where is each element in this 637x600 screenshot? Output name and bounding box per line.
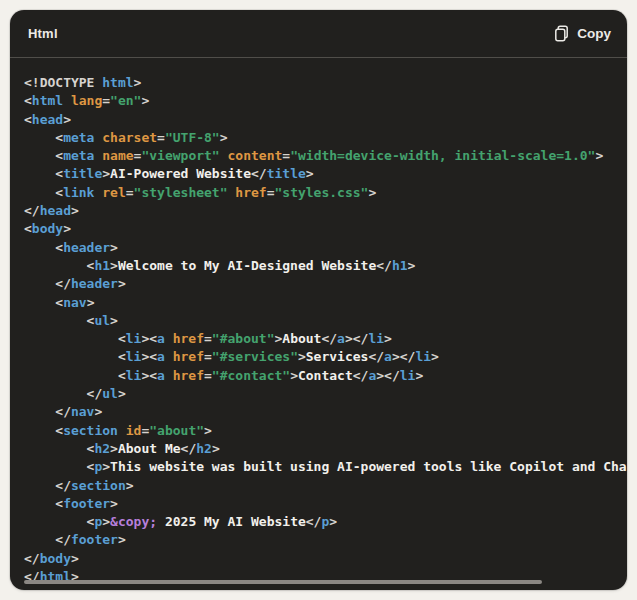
code-token: "en": [110, 93, 141, 108]
code-token: Welcome to My AI-Designed Website: [118, 258, 376, 273]
code-token: ></: [392, 349, 415, 364]
code-token: This website was built using AI-powered …: [110, 459, 627, 474]
code-token: >: [94, 404, 102, 419]
code-token: a: [384, 349, 392, 364]
code-token: <: [24, 93, 32, 108]
code-token: =: [204, 331, 212, 346]
code-token: =: [204, 349, 212, 364]
code-token: li: [126, 349, 142, 364]
code-token: <: [24, 295, 63, 310]
code-block-card: Html Copy <!DOCTYPE html><html lang="en"…: [10, 10, 627, 590]
code-token: ul: [94, 313, 110, 328]
code-token: footer: [71, 532, 118, 547]
code-token: >: [408, 258, 416, 273]
code-token: [63, 93, 71, 108]
scrollbar-thumb[interactable]: [24, 580, 542, 584]
code-token: meta: [63, 130, 94, 145]
code-token: >: [204, 423, 212, 438]
code-line: <p>This website was built using AI-power…: [24, 458, 627, 476]
code-token: href: [173, 368, 204, 383]
code-token: >: [110, 258, 118, 273]
code-token: </: [24, 203, 40, 218]
code-token: "viewport": [141, 148, 219, 163]
code-token: <: [24, 112, 32, 127]
code-token: html: [102, 75, 133, 90]
copy-label: Copy: [577, 26, 611, 41]
code-token: =: [204, 368, 212, 383]
code-token: "#about": [212, 331, 275, 346]
code-token: ul: [102, 386, 118, 401]
code-token: content: [228, 148, 283, 163]
code-token: AI-Powered Website: [110, 166, 251, 181]
code-token: section: [63, 423, 118, 438]
code-token: >: [595, 148, 603, 163]
code-token: a: [157, 368, 165, 383]
code-token: Contact: [298, 368, 353, 383]
code-token: head: [40, 203, 71, 218]
code-token: >: [298, 349, 306, 364]
code-token: <: [24, 258, 94, 273]
code-line: <head>: [24, 111, 627, 129]
language-label: Html: [28, 26, 58, 41]
code-token: <: [24, 313, 94, 328]
code-token: <: [24, 221, 32, 236]
code-line: </header>: [24, 275, 627, 293]
code-token: href: [173, 331, 204, 346]
code-line: </ul>: [24, 385, 627, 403]
code-token: </: [181, 441, 197, 456]
code-line: <!DOCTYPE html>: [24, 74, 627, 92]
code-token: >: [71, 551, 79, 566]
code-line: <header>: [24, 239, 627, 257]
code-token: <: [24, 368, 126, 383]
code-area[interactable]: <!DOCTYPE html><html lang="en"><head> <m…: [10, 58, 627, 589]
code-token: </: [353, 368, 369, 383]
code-token: >: [220, 130, 228, 145]
code-token: "#contact": [212, 368, 290, 383]
code-line: <section id="about">: [24, 422, 627, 440]
code-line: <li><a href="#services">Services</a></li…: [24, 348, 627, 366]
code-token: h2: [94, 441, 110, 456]
code-token: li: [126, 368, 142, 383]
code-line: </body>: [24, 550, 627, 568]
code-token: </: [376, 258, 392, 273]
code-token: >: [102, 459, 110, 474]
code-token: link: [63, 185, 94, 200]
code-token: <: [24, 496, 63, 511]
code-token: body: [40, 551, 71, 566]
code-line: <p>&copy; 2025 My AI Website</p>: [24, 513, 627, 531]
code-token: >: [431, 349, 439, 364]
code-line: <h1>Welcome to My AI-Designed Website</h…: [24, 257, 627, 275]
code-line: <nav>: [24, 294, 627, 312]
code-token: "width=device-width, initial-scale=1.0": [290, 148, 595, 163]
code-line: <meta charset="UTF-8">: [24, 129, 627, 147]
code-token: li: [415, 349, 431, 364]
code-line: <meta name="viewport" content="width=dev…: [24, 147, 627, 165]
code-token: </: [251, 166, 267, 181]
code-token: &copy;: [110, 514, 157, 529]
code-line: <li><a href="#about">About</a></li>: [24, 330, 627, 348]
code-token: nav: [63, 295, 86, 310]
code-token: >: [134, 75, 142, 90]
code-token: li: [400, 368, 416, 383]
code-token: header: [71, 276, 118, 291]
code-token: >: [329, 514, 337, 529]
copy-button[interactable]: Copy: [554, 25, 611, 42]
code-token: >: [63, 112, 71, 127]
code-token: "styles.css": [274, 185, 368, 200]
code-header: Html Copy: [10, 10, 627, 58]
copy-icon: [554, 25, 569, 42]
code-token: >: [290, 368, 298, 383]
code-token: title: [63, 166, 102, 181]
code-token: >: [110, 496, 118, 511]
code-token: >: [118, 276, 126, 291]
code-token: href: [173, 349, 204, 364]
code-token: <: [24, 185, 63, 200]
code-token: "stylesheet": [134, 185, 228, 200]
code-token: footer: [63, 496, 110, 511]
code-token: >: [368, 185, 376, 200]
code-token: >: [212, 441, 220, 456]
code-token: [118, 423, 126, 438]
code-token: name: [102, 148, 133, 163]
code-token: >: [141, 93, 149, 108]
code-token: "UTF-8": [165, 130, 220, 145]
